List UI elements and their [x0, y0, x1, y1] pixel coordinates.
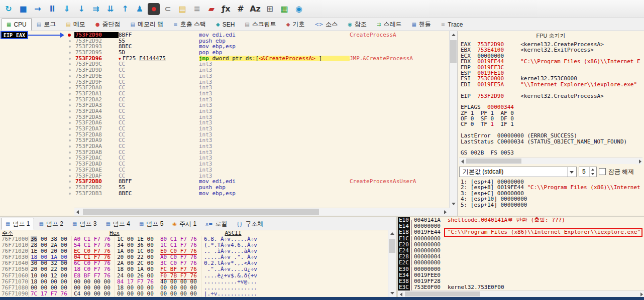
disasm-row[interactable]: 753F2D9ECCint3	[0, 73, 449, 79]
register-line[interactable]: CF 0 TF 1 IF 1	[461, 121, 643, 127]
tab-seh[interactable]: ◆SEH	[211, 18, 240, 31]
step-over-icon[interactable]: ↓	[75, 3, 88, 16]
register-line[interactable]: LastStatus C0000034 (STATUS_OBJECT_NAME_…	[461, 139, 643, 144]
disasm-row[interactable]: 753F2DA3CCint3	[0, 102, 449, 108]
trace-icon[interactable]: ●	[148, 3, 160, 15]
comments-icon[interactable]: ▤	[176, 3, 189, 16]
scroll-right-icon[interactable]	[636, 158, 642, 165]
argument-line[interactable]: 5: [esp+14] 00000000	[461, 202, 643, 208]
register-line[interactable]: EDI 0019FE5A "\\Internet Explorer\\iexpl…	[461, 82, 643, 87]
disasm-row[interactable]: 753F2D9FCCint3	[0, 79, 449, 85]
scroll-left-icon[interactable]	[459, 158, 466, 165]
disasm-row[interactable]: 753F2DA2CCint3	[0, 97, 449, 103]
disasm-row[interactable]: 753F2DAECCint3	[0, 167, 449, 173]
scroll-left-icon[interactable]	[398, 291, 404, 297]
scrollbar-thumb[interactable]	[389, 239, 395, 253]
scrollbar-thumb[interactable]	[450, 40, 457, 63]
copy-icon[interactable]: ⊞	[263, 3, 276, 16]
pause-icon[interactable]: Ⅱ	[46, 3, 59, 16]
tab-call-stack[interactable]: ≡호출 스택	[168, 18, 211, 31]
argument-count-stepper[interactable]: 5	[579, 167, 597, 177]
patches-icon[interactable]: ⊂	[161, 3, 174, 16]
run-to-user-code-icon[interactable]: ♟	[133, 3, 146, 16]
disasm-row[interactable]: 753F2DA8CCint3	[0, 132, 449, 138]
tab-memory-map[interactable]: ▤메모리 맵	[125, 18, 168, 31]
strings-icon[interactable]: Az	[249, 3, 262, 16]
dump-tab-dump3[interactable]: ▦덤프 3	[68, 218, 101, 230]
disasm-row[interactable]: 753F2DA9CCint3	[0, 137, 449, 143]
scrollbar-thumb[interactable]	[466, 159, 521, 164]
tab-threads[interactable]: ⇉스레드	[372, 18, 406, 31]
spinner-down-icon[interactable]	[590, 172, 596, 177]
step-out-icon[interactable]: ↑	[119, 3, 132, 16]
stack-row[interactable]: E18│0019FE44"C:\\Program Files (x86)\\In…	[398, 229, 644, 235]
memory-pages-icon[interactable]: ≡	[190, 3, 203, 16]
scroll-up-icon[interactable]	[450, 31, 457, 39]
tab-script[interactable]: ▤스크립트	[240, 18, 281, 31]
memory-map-icon[interactable]: ▦	[278, 3, 291, 16]
disasm-row[interactable]: 753F2DABCCint3	[0, 149, 449, 156]
register-line[interactable]: GS 002B FS 0053	[461, 150, 643, 156]
stack-horizontal-scrollbar[interactable]	[398, 290, 644, 297]
dump-vertical-scrollbar[interactable]	[388, 230, 396, 297]
calling-convention-select[interactable]: 기본값 (stdcall)	[459, 167, 577, 177]
tab-notes[interactable]: ▤메모	[61, 18, 90, 31]
stack-row[interactable]: E30│00000000	[398, 266, 644, 272]
disassembly-pane[interactable]: 753F2D908BFFmov edi,ediCreateProcessA753…	[0, 31, 457, 216]
disasm-row[interactable]: 753F2DA7CCint3	[0, 126, 449, 132]
unlock-checkbox-row[interactable]: 잠금 해제	[599, 168, 634, 176]
tab-breakpoints[interactable]: ●중단점	[90, 18, 126, 31]
run-icon[interactable]: →	[31, 3, 44, 16]
fpu-toggle[interactable]: FPU 숨기기	[458, 31, 644, 41]
scroll-down-icon[interactable]	[450, 200, 457, 208]
disasm-row[interactable]: 753F2DA5CCint3	[0, 114, 449, 120]
disasm-row[interactable]: 753F2DADCCint3	[0, 161, 449, 167]
chevron-down-icon[interactable]	[567, 167, 576, 177]
stack-row[interactable]: E2C│00000000	[398, 260, 644, 266]
dump-tab-dump4[interactable]: ▦덤프 4	[101, 218, 134, 230]
scroll-left-icon[interactable]	[74, 208, 82, 216]
disasm-row[interactable]: 753F2D9DCCint3	[0, 67, 449, 73]
scroll-up-icon[interactable]	[388, 230, 396, 238]
tab-handles[interactable]: ▦핸들	[406, 18, 436, 31]
dump-tab-dump2[interactable]: ▦덤프 2	[34, 218, 67, 230]
disasm-row[interactable]: 753F2DAACCint3	[0, 143, 449, 149]
dump-tab-struct[interactable]: {}구조체	[232, 218, 268, 230]
disasm-row[interactable]: 753F2DB38BECmov ebp,esp	[0, 191, 449, 197]
disasm-row[interactable]: 753F2DA0CCint3	[0, 85, 449, 91]
tab-trace-tab[interactable]: ≡Trace	[436, 18, 468, 31]
spinner-up-icon[interactable]	[590, 167, 596, 172]
patch-apply-icon[interactable]: ▰	[205, 3, 218, 16]
restart-icon[interactable]: ↻	[2, 3, 15, 16]
scrollbar-thumb[interactable]	[83, 209, 319, 215]
unlock-checkbox[interactable]	[599, 168, 606, 175]
scroll-right-icon[interactable]	[441, 208, 449, 216]
disasm-row[interactable]: 753F2D9CCCint3	[0, 61, 449, 67]
scrollbar-thumb[interactable]	[405, 291, 480, 296]
number-format-icon[interactable]: #	[234, 3, 247, 16]
disasm-row[interactable]: 753F2DA4CCint3	[0, 108, 449, 114]
tab-cpu[interactable]: ▦CPU	[2, 18, 32, 31]
step-into-icon[interactable]: ⇓	[60, 3, 73, 16]
dump-tab-watch1[interactable]: ◉주시 1	[168, 218, 201, 230]
scroll-down-icon[interactable]	[388, 289, 396, 297]
dump-tab-dump1[interactable]: ▦덤프 1	[1, 218, 34, 230]
dump-row[interactable]: 76F710907C 17 F7 76C4 00 00 0000 00 00 0…	[0, 291, 388, 297]
stop-icon[interactable]: ■	[17, 3, 30, 16]
tab-source[interactable]: <>소스	[310, 18, 343, 31]
dump-tab-locals[interactable]: x=로컬	[201, 218, 232, 230]
execute-till-return-icon[interactable]: ⇊	[104, 3, 117, 16]
disassembly-horizontal-scrollbar[interactable]	[74, 208, 449, 216]
tab-log[interactable]: ▤로그	[32, 18, 61, 31]
disasm-row[interactable]: 753F2DA6CCint3	[0, 120, 449, 126]
scroll-right-icon[interactable]	[637, 291, 644, 297]
globe-icon[interactable]: ◉	[292, 3, 305, 16]
run-to-cursor-icon[interactable]: ⇉	[89, 3, 102, 16]
disasm-row[interactable]: 753F2DACCCint3	[0, 155, 449, 161]
dump-tab-dump5[interactable]: ▦덤프 5	[135, 218, 168, 230]
disassembly-vertical-scrollbar[interactable]	[449, 31, 457, 208]
tab-symbols[interactable]: ◆기호	[281, 18, 310, 31]
disasm-row[interactable]: 753F2DA1CCint3	[0, 91, 449, 97]
stack-row[interactable]: E1C│00000000	[398, 236, 644, 242]
tab-references[interactable]: ◉참조	[343, 18, 372, 31]
